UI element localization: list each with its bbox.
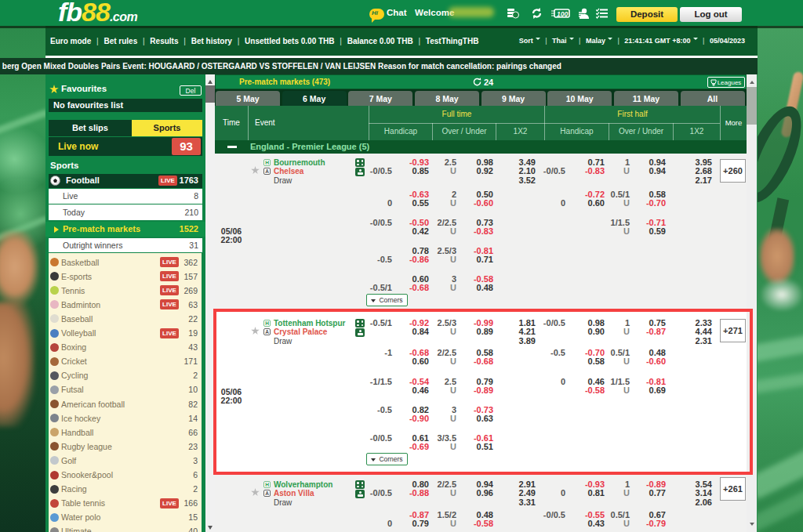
svg-text:100: 100 — [557, 10, 568, 18]
